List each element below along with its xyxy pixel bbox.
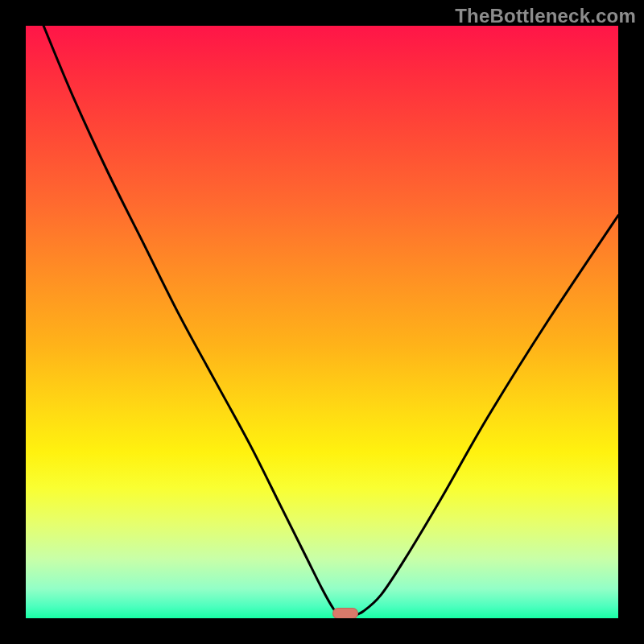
minimum-marker xyxy=(332,608,358,618)
chart-frame: TheBottleneck.com xyxy=(0,0,644,644)
bottleneck-curve xyxy=(26,26,618,618)
plot-area xyxy=(26,26,618,618)
watermark-text: TheBottleneck.com xyxy=(455,5,636,27)
curve-path xyxy=(43,26,618,618)
